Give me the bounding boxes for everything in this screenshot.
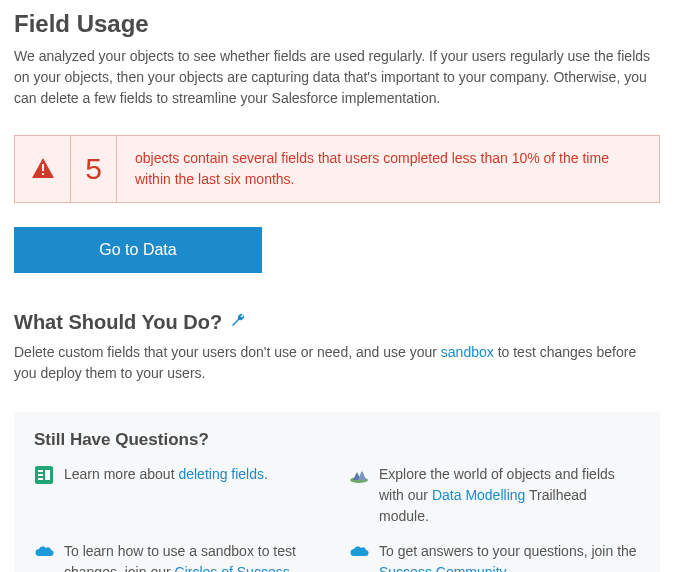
q-text-after: . [506,564,510,572]
success-community-link[interactable]: Success Community [379,564,506,572]
question-item: To learn how to use a sandbox to test ch… [34,541,325,572]
recommend-title-text: What Should You Do? [14,311,222,334]
salesforce-cloud-icon [34,542,54,562]
question-item: To get answers to your questions, join t… [349,541,640,572]
alert-message: objects contain several fields that user… [117,136,659,202]
svg-rect-3 [38,470,43,472]
warning-icon [32,158,54,181]
question-item: Learn more about deleting fields. [34,464,325,527]
wrench-icon [222,311,248,334]
data-modelling-link[interactable]: Data Modelling [432,487,525,503]
questions-title: Still Have Questions? [34,430,640,450]
page-description: We analyzed your objects to see whether … [14,46,660,109]
recommend-description: Delete custom fields that your users don… [14,342,660,384]
page-title: Field Usage [14,10,660,38]
alert-banner: 5 objects contain several fields that us… [14,135,660,203]
questions-panel: Still Have Questions? Learn more about d… [14,412,660,572]
svg-rect-5 [38,478,43,480]
go-to-data-button[interactable]: Go to Data [14,227,262,273]
recommend-text-before: Delete custom fields that your users don… [14,344,441,360]
svg-rect-6 [45,470,50,480]
salesforce-cloud-icon [349,542,369,562]
svg-rect-2 [35,466,53,484]
alert-icon-cell [15,136,71,202]
article-icon [34,465,54,485]
q-text-before: To get answers to your questions, join t… [379,543,637,559]
alert-count: 5 [71,136,117,202]
sandbox-link[interactable]: sandbox [441,344,494,360]
question-item: Explore the world of objects and fields … [349,464,640,527]
recommend-title: What Should You Do? [14,311,660,334]
q-text-before: Learn more about [64,466,178,482]
svg-rect-4 [38,474,43,476]
trailhead-icon [349,465,369,485]
q-text-after: . [264,466,268,482]
circles-of-success-link[interactable]: Circles of Success [175,564,290,572]
svg-rect-0 [42,164,44,171]
svg-rect-1 [42,173,44,175]
deleting-fields-link[interactable]: deleting fields [178,466,264,482]
